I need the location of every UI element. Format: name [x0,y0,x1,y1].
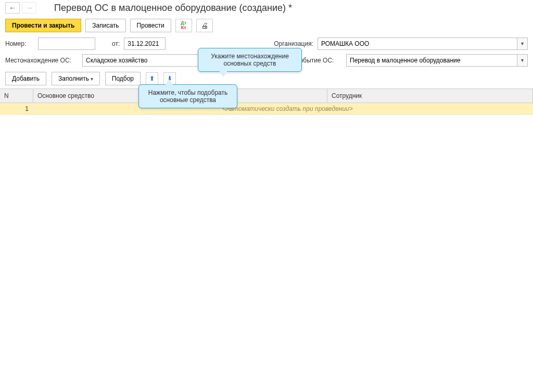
fill-button[interactable]: Заполнить [52,72,100,85]
from-label: от: [112,40,120,47]
post-and-close-button[interactable]: Провести и закрыть [5,19,81,32]
event-label: Событие ОС: [295,57,342,64]
print-button[interactable] [196,19,213,32]
location-label: Местонахождение ОС: [5,57,78,64]
callout-pick: Нажмите, чтобы подобрать основные средст… [138,84,237,108]
number-label: Номер: [5,40,34,47]
org-dropdown-button[interactable]: ▼ [517,37,528,50]
org-label: Организация: [274,40,313,47]
post-button[interactable]: Провести [130,19,171,32]
mth-asset: Основное средство [33,89,145,103]
number-input[interactable] [38,37,95,50]
move-up-button[interactable]: ⬆ [146,72,158,85]
org-input[interactable] [318,37,517,50]
save-button[interactable]: Записать [85,19,125,32]
nav-back-button[interactable]: ← [5,2,20,14]
callout-location: Укажите местонахождение основных средств [198,48,302,72]
mth-n: N [0,89,33,103]
printer-icon [201,21,208,30]
add-button[interactable]: Добавить [5,72,46,85]
main-table-row[interactable]: 1 <Автоматически создать при проведении> [0,103,533,115]
nav-forward-button[interactable]: → [22,2,36,14]
page-title: Перевод ОС в малоценное оборудование (со… [54,3,292,14]
date-input[interactable] [124,37,166,50]
event-input[interactable] [346,54,517,67]
event-dropdown-button[interactable]: ▼ [517,54,528,67]
pick-button[interactable]: Подбор [105,72,141,85]
dtkt-button[interactable]: ДтКт [175,19,192,32]
mth-emp: Сотрудник [327,89,533,103]
